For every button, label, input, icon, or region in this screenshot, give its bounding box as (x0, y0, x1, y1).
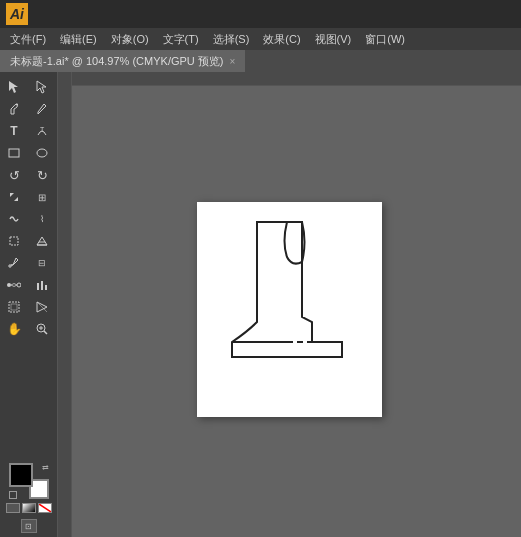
svg-rect-8 (41, 281, 43, 290)
ruler-top (58, 72, 521, 86)
svg-rect-10 (9, 302, 19, 312)
svg-point-6 (17, 283, 21, 287)
canvas-area (58, 72, 521, 537)
svg-rect-7 (37, 283, 39, 290)
chart-tool[interactable] (28, 274, 56, 296)
menu-bar: 文件(F) 编辑(E) 对象(O) 文字(T) 选择(S) 效果(C) 视图(V… (0, 28, 521, 50)
title-bar: Ai (0, 0, 521, 28)
tool-row-11 (0, 296, 57, 318)
warp-tool[interactable] (0, 208, 28, 230)
slice-tool[interactable] (28, 296, 56, 318)
type-tool[interactable]: T (0, 120, 28, 142)
hand-tool[interactable]: ✋ (0, 318, 28, 340)
menu-select[interactable]: 选择(S) (207, 30, 256, 49)
none-mode-button[interactable] (38, 503, 52, 513)
reflect-tool[interactable]: ↻ (28, 164, 56, 186)
blend-tool[interactable] (0, 274, 28, 296)
pen-tool[interactable] (0, 98, 28, 120)
free-transform-tool[interactable] (0, 230, 28, 252)
app-logo-box: Ai (6, 3, 28, 25)
menu-window[interactable]: 窗口(W) (359, 30, 411, 49)
perspective-tool[interactable] (28, 230, 56, 252)
svg-rect-9 (45, 285, 47, 290)
direct-select-tool[interactable] (28, 76, 56, 98)
zoom-tool[interactable] (28, 318, 56, 340)
tool-row-9: ⊟ (0, 252, 57, 274)
svg-point-5 (7, 283, 11, 287)
main-area: T T ↺ ↻ ⊞ (0, 72, 521, 537)
fill-swatch[interactable] (9, 463, 33, 487)
default-colors-button[interactable] (9, 491, 17, 499)
boot-illustration (212, 212, 367, 402)
menu-edit[interactable]: 编辑(E) (54, 30, 103, 49)
scale-tool[interactable] (0, 186, 28, 208)
tab-label: 未标题-1.ai* @ 104.97% (CMYK/GPU 预览) (10, 54, 224, 69)
measure-tool[interactable]: ⊟ (28, 252, 56, 274)
gradient-mode-button[interactable] (22, 503, 36, 513)
tool-row-8 (0, 230, 57, 252)
svg-point-0 (16, 104, 18, 106)
color-mode-button[interactable] (6, 503, 20, 513)
svg-rect-2 (9, 149, 19, 157)
tool-row-10 (0, 274, 57, 296)
tool-row-1 (0, 76, 57, 98)
menu-effect[interactable]: 效果(C) (257, 30, 306, 49)
left-toolbar: T T ↺ ↻ ⊞ (0, 72, 58, 537)
svg-rect-4 (10, 237, 18, 245)
tool-row-4 (0, 142, 57, 164)
menu-file[interactable]: 文件(F) (4, 30, 52, 49)
artboard (197, 202, 382, 417)
swap-colors-button[interactable]: ⇄ (42, 463, 49, 472)
svg-line-14 (44, 331, 47, 334)
menu-type[interactable]: 文字(T) (157, 30, 205, 49)
app-logo-text: Ai (10, 6, 24, 22)
tab-close-button[interactable]: × (230, 56, 236, 67)
svg-text:T: T (40, 126, 45, 133)
menu-view[interactable]: 视图(V) (309, 30, 358, 49)
color-section: ⇄ ⊡ (4, 455, 54, 537)
type-path-tool[interactable]: T (28, 120, 56, 142)
svg-rect-11 (11, 304, 17, 310)
screen-mode-button[interactable]: ⊡ (21, 519, 37, 533)
tool-row-2 (0, 98, 57, 120)
shear-tool[interactable]: ⊞ (28, 186, 56, 208)
tool-row-6: ⊞ (0, 186, 57, 208)
puppet-warp-tool[interactable]: ⌇ (28, 208, 56, 230)
ruler-left (58, 72, 72, 537)
artboard-tool[interactable] (0, 296, 28, 318)
menu-object[interactable]: 对象(O) (105, 30, 155, 49)
svg-point-3 (37, 149, 47, 157)
rectangle-tool[interactable] (0, 142, 28, 164)
svg-line-17 (39, 504, 51, 512)
tool-row-12: ✋ (0, 318, 57, 340)
active-tab[interactable]: 未标题-1.ai* @ 104.97% (CMYK/GPU 预览) × (0, 50, 245, 72)
svg-line-12 (37, 302, 47, 312)
tab-bar: 未标题-1.ai* @ 104.97% (CMYK/GPU 预览) × (0, 50, 521, 72)
select-tool[interactable] (0, 76, 28, 98)
tool-row-3: T T (0, 120, 57, 142)
tool-row-5: ↺ ↻ (0, 164, 57, 186)
eyedropper-tool[interactable] (0, 252, 28, 274)
rotate-tool[interactable]: ↺ (0, 164, 28, 186)
ellipse-tool[interactable] (28, 142, 56, 164)
pencil-tool[interactable] (28, 98, 56, 120)
tool-row-7: ⌇ (0, 208, 57, 230)
